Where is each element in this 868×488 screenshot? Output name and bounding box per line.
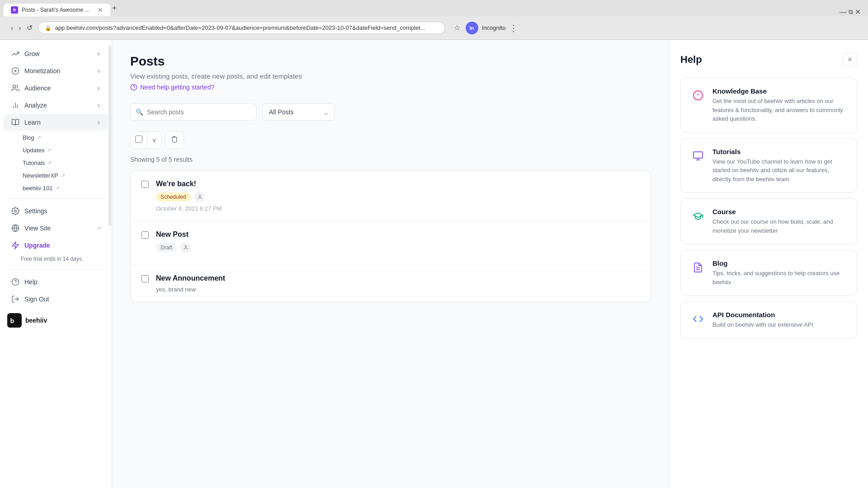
tutorials-card-text: Tutorials View our YouTube channel to le…	[712, 148, 848, 184]
blog-card-text: Blog Tips, tricks, and suggestions to he…	[712, 259, 848, 286]
incognito-label: Incognito	[482, 24, 506, 31]
bulk-checkbox-area[interactable]	[131, 132, 147, 148]
learn-label: Learn	[24, 119, 92, 126]
browser-tabs: B Posts - Sarah's Awesome Newsl... ✕ + —…	[0, 0, 868, 16]
help-close-button[interactable]: ×	[843, 52, 857, 67]
signout-icon	[11, 295, 20, 304]
tab-title: Posts - Sarah's Awesome Newsl...	[22, 7, 94, 13]
delete-button[interactable]	[165, 131, 184, 149]
restore-button[interactable]: ⧉	[849, 8, 853, 16]
beehiiv-logo-icon: b	[7, 313, 22, 328]
post-checkbox-2[interactable]	[142, 231, 149, 239]
post-title-1[interactable]: We're back!	[156, 180, 640, 188]
tutorials-label: Tutorials	[23, 160, 45, 166]
post-checkbox-3[interactable]	[142, 275, 149, 282]
post-icon-circle-2	[180, 242, 191, 253]
sidebar-item-help[interactable]: Help	[4, 274, 108, 290]
help-card-blog-header: Blog Tips, tricks, and suggestions to he…	[690, 259, 848, 286]
profile-avatar[interactable]: In	[466, 22, 478, 34]
address-bar[interactable]: 🔒 app.beehiiv.com/posts?advancedEnabled=…	[38, 22, 445, 34]
help-card-knowledge-base-header: Knowledge Base Get the most out of beehi…	[690, 87, 848, 123]
viewsite-label: View Site	[24, 225, 92, 232]
results-count: Showing 5 of 5 results	[130, 156, 651, 163]
beehiiv101-external-icon: ↗	[56, 185, 60, 191]
grow-arrow-icon: ∨	[97, 51, 101, 57]
post-content-3: New Announcement yes, brand new	[156, 274, 640, 293]
learn-arrow-icon: ∧	[97, 119, 101, 126]
settings-label: Settings	[24, 207, 101, 215]
sidebar-subitem-newsletterxp[interactable]: NewsletterXP ↗	[23, 169, 108, 182]
main-content: Posts View existing posts, create new po…	[112, 40, 669, 488]
status-badge-scheduled: Scheduled	[156, 192, 191, 202]
post-checkbox-1[interactable]	[142, 181, 149, 188]
post-subtitle-3: yes, brand new	[156, 286, 640, 293]
sidebar-subitem-tutorials[interactable]: Tutorials ↗	[23, 157, 108, 169]
knowledge-base-title: Knowledge Base	[712, 87, 848, 95]
sidebar-item-analyze[interactable]: Analyze ∨	[4, 97, 108, 113]
help-label: Help	[24, 278, 101, 286]
svg-point-7	[14, 210, 17, 212]
sidebar-item-learn[interactable]: Learn ∧	[4, 114, 108, 131]
bookmark-button[interactable]: ☆	[452, 22, 462, 34]
search-icon: 🔍	[136, 108, 143, 116]
help-card-api-docs[interactable]: API Documentation Build on beehiiv with …	[680, 301, 857, 339]
sidebar-subitem-beehiiv101[interactable]: beehiiv 101 ↗	[23, 182, 108, 194]
help-card-course[interactable]: Course Check out our course on how build…	[680, 198, 857, 244]
help-link-text: Need help getting started?	[140, 84, 214, 91]
analyze-arrow-icon: ∨	[97, 102, 101, 108]
minimize-button[interactable]: —	[840, 8, 847, 16]
help-card-knowledge-base[interactable]: Knowledge Base Get the most out of beehi…	[680, 78, 857, 133]
post-item: We're back! Scheduled October 8, 2023 6:…	[131, 171, 651, 221]
course-card-title: Course	[712, 208, 848, 216]
help-link-icon	[130, 84, 137, 91]
new-tab-button[interactable]: +	[112, 4, 117, 13]
grow-icon	[11, 49, 20, 58]
sidebar-item-upgrade[interactable]: Upgrade	[4, 237, 108, 253]
svg-marker-10	[12, 242, 19, 249]
reload-button[interactable]: ↺	[25, 23, 34, 33]
grow-label: Grow	[24, 50, 92, 57]
tab-close-button[interactable]: ✕	[98, 6, 103, 14]
sidebar-item-viewsite[interactable]: View Site ↗	[4, 220, 108, 236]
help-card-tutorials[interactable]: Tutorials View our YouTube channel to le…	[680, 138, 857, 193]
post-content-2: New Post Draft	[156, 230, 640, 256]
search-wrap: 🔍	[130, 103, 257, 121]
sidebar-item-grow[interactable]: Grow ∨	[4, 46, 108, 62]
sidebar-divider-2	[7, 269, 104, 270]
sidebar-item-monetization[interactable]: Monetization ∨	[4, 63, 108, 79]
post-title-2[interactable]: New Post	[156, 230, 640, 239]
svg-rect-23	[693, 152, 703, 158]
sidebar-item-settings[interactable]: Settings	[4, 203, 108, 219]
tutorials-card-desc: View our YouTube channel to learn how to…	[712, 157, 848, 184]
api-docs-card-icon	[690, 311, 706, 327]
lock-icon: 🔒	[45, 25, 52, 31]
tutorials-card-title: Tutorials	[712, 148, 848, 155]
bulk-dropdown-button[interactable]: ∨	[147, 133, 161, 147]
audience-icon	[11, 84, 20, 93]
tab-favicon: B	[11, 6, 18, 14]
sidebar-subitem-blog[interactable]: Blog ↗	[23, 131, 108, 144]
help-card-blog[interactable]: Blog Tips, tricks, and suggestions to he…	[680, 250, 857, 296]
close-window-button[interactable]: ✕	[855, 8, 861, 16]
help-card-course-header: Course Check out our course on how build…	[690, 208, 848, 235]
help-icon	[11, 277, 20, 286]
blog-card-desc: Tips, tricks, and suggestions to help cr…	[712, 269, 848, 286]
toolbar-row: ∨	[130, 131, 651, 149]
active-tab[interactable]: B Posts - Sarah's Awesome Newsl... ✕	[4, 4, 110, 16]
bulk-checkbox[interactable]	[135, 136, 142, 143]
search-input[interactable]	[130, 103, 257, 121]
post-title-3[interactable]: New Announcement	[156, 274, 640, 282]
sidebar-item-signout[interactable]: Sign Out	[4, 291, 108, 307]
updates-label: Updates	[23, 147, 44, 154]
sidebar-subitem-updates[interactable]: Updates ↗	[23, 144, 108, 156]
menu-button[interactable]: ⋮	[509, 23, 518, 33]
help-getting-started-link[interactable]: Need help getting started?	[130, 84, 651, 91]
sidebar-item-audience[interactable]: Audience ∨	[4, 80, 108, 96]
sidebar-scrollbar[interactable]	[108, 45, 111, 226]
delete-icon	[171, 136, 178, 143]
newsletterxp-external-icon: ↗	[61, 173, 65, 178]
back-button[interactable]: ‹	[9, 23, 15, 33]
posts-filter-dropdown[interactable]: All Posts Published Draft Scheduled Arch…	[262, 103, 335, 121]
audience-arrow-icon: ∨	[97, 85, 101, 91]
forward-button[interactable]: ›	[17, 23, 23, 33]
